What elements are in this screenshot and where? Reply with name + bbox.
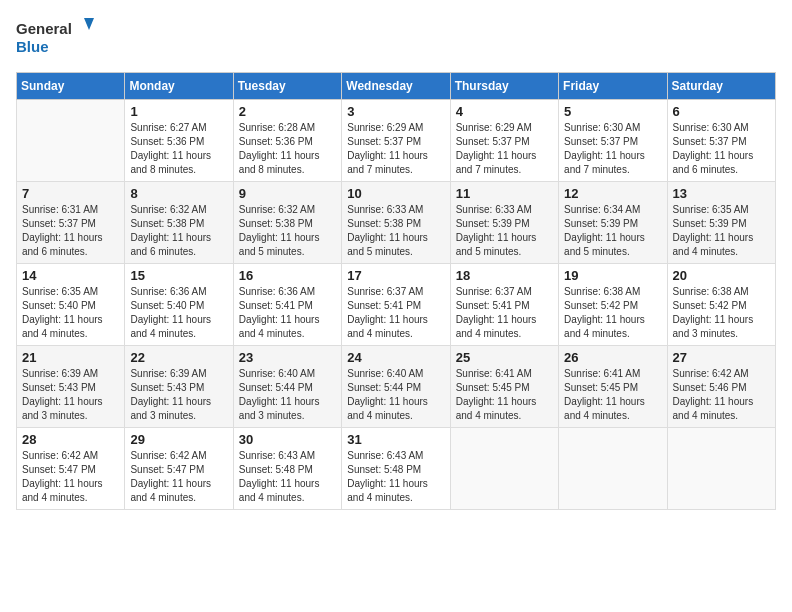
day-info: Sunrise: 6:32 AMSunset: 5:38 PMDaylight:… — [130, 203, 227, 259]
calendar-cell: 2 Sunrise: 6:28 AMSunset: 5:36 PMDayligh… — [233, 100, 341, 182]
calendar-cell: 13 Sunrise: 6:35 AMSunset: 5:39 PMDaylig… — [667, 182, 775, 264]
day-number: 18 — [456, 268, 553, 283]
calendar-cell: 28 Sunrise: 6:42 AMSunset: 5:47 PMDaylig… — [17, 428, 125, 510]
day-info: Sunrise: 6:35 AMSunset: 5:40 PMDaylight:… — [22, 285, 119, 341]
day-info: Sunrise: 6:36 AMSunset: 5:40 PMDaylight:… — [130, 285, 227, 341]
day-info: Sunrise: 6:41 AMSunset: 5:45 PMDaylight:… — [564, 367, 661, 423]
header-row: SundayMondayTuesdayWednesdayThursdayFrid… — [17, 73, 776, 100]
column-header-saturday: Saturday — [667, 73, 775, 100]
calendar-cell: 9 Sunrise: 6:32 AMSunset: 5:38 PMDayligh… — [233, 182, 341, 264]
day-number: 12 — [564, 186, 661, 201]
day-info: Sunrise: 6:42 AMSunset: 5:47 PMDaylight:… — [130, 449, 227, 505]
day-number: 30 — [239, 432, 336, 447]
calendar-cell: 22 Sunrise: 6:39 AMSunset: 5:43 PMDaylig… — [125, 346, 233, 428]
day-number: 21 — [22, 350, 119, 365]
day-info: Sunrise: 6:38 AMSunset: 5:42 PMDaylight:… — [673, 285, 770, 341]
day-number: 13 — [673, 186, 770, 201]
calendar-week-1: 1 Sunrise: 6:27 AMSunset: 5:36 PMDayligh… — [17, 100, 776, 182]
day-number: 9 — [239, 186, 336, 201]
calendar-cell: 24 Sunrise: 6:40 AMSunset: 5:44 PMDaylig… — [342, 346, 450, 428]
day-info: Sunrise: 6:39 AMSunset: 5:43 PMDaylight:… — [22, 367, 119, 423]
calendar-cell — [559, 428, 667, 510]
column-header-tuesday: Tuesday — [233, 73, 341, 100]
day-number: 15 — [130, 268, 227, 283]
calendar-cell: 25 Sunrise: 6:41 AMSunset: 5:45 PMDaylig… — [450, 346, 558, 428]
day-info: Sunrise: 6:27 AMSunset: 5:36 PMDaylight:… — [130, 121, 227, 177]
day-info: Sunrise: 6:37 AMSunset: 5:41 PMDaylight:… — [347, 285, 444, 341]
calendar-cell: 27 Sunrise: 6:42 AMSunset: 5:46 PMDaylig… — [667, 346, 775, 428]
day-info: Sunrise: 6:35 AMSunset: 5:39 PMDaylight:… — [673, 203, 770, 259]
day-info: Sunrise: 6:38 AMSunset: 5:42 PMDaylight:… — [564, 285, 661, 341]
day-info: Sunrise: 6:37 AMSunset: 5:41 PMDaylight:… — [456, 285, 553, 341]
calendar-cell: 31 Sunrise: 6:43 AMSunset: 5:48 PMDaylig… — [342, 428, 450, 510]
day-info: Sunrise: 6:33 AMSunset: 5:38 PMDaylight:… — [347, 203, 444, 259]
day-number: 20 — [673, 268, 770, 283]
column-header-monday: Monday — [125, 73, 233, 100]
day-number: 23 — [239, 350, 336, 365]
day-info: Sunrise: 6:33 AMSunset: 5:39 PMDaylight:… — [456, 203, 553, 259]
calendar-cell: 6 Sunrise: 6:30 AMSunset: 5:37 PMDayligh… — [667, 100, 775, 182]
calendar-cell: 18 Sunrise: 6:37 AMSunset: 5:41 PMDaylig… — [450, 264, 558, 346]
calendar-cell: 5 Sunrise: 6:30 AMSunset: 5:37 PMDayligh… — [559, 100, 667, 182]
page-header: General Blue — [16, 16, 776, 60]
calendar-cell — [450, 428, 558, 510]
logo: General Blue — [16, 16, 96, 60]
calendar-cell: 15 Sunrise: 6:36 AMSunset: 5:40 PMDaylig… — [125, 264, 233, 346]
column-header-thursday: Thursday — [450, 73, 558, 100]
calendar-cell: 10 Sunrise: 6:33 AMSunset: 5:38 PMDaylig… — [342, 182, 450, 264]
day-info: Sunrise: 6:34 AMSunset: 5:39 PMDaylight:… — [564, 203, 661, 259]
calendar-week-3: 14 Sunrise: 6:35 AMSunset: 5:40 PMDaylig… — [17, 264, 776, 346]
day-number: 14 — [22, 268, 119, 283]
day-number: 17 — [347, 268, 444, 283]
day-info: Sunrise: 6:43 AMSunset: 5:48 PMDaylight:… — [239, 449, 336, 505]
day-number: 4 — [456, 104, 553, 119]
day-number: 5 — [564, 104, 661, 119]
calendar-cell: 16 Sunrise: 6:36 AMSunset: 5:41 PMDaylig… — [233, 264, 341, 346]
column-header-friday: Friday — [559, 73, 667, 100]
calendar-cell: 4 Sunrise: 6:29 AMSunset: 5:37 PMDayligh… — [450, 100, 558, 182]
calendar-cell: 14 Sunrise: 6:35 AMSunset: 5:40 PMDaylig… — [17, 264, 125, 346]
day-info: Sunrise: 6:42 AMSunset: 5:47 PMDaylight:… — [22, 449, 119, 505]
day-number: 8 — [130, 186, 227, 201]
calendar-cell: 17 Sunrise: 6:37 AMSunset: 5:41 PMDaylig… — [342, 264, 450, 346]
day-number: 7 — [22, 186, 119, 201]
day-info: Sunrise: 6:36 AMSunset: 5:41 PMDaylight:… — [239, 285, 336, 341]
calendar-cell: 26 Sunrise: 6:41 AMSunset: 5:45 PMDaylig… — [559, 346, 667, 428]
day-number: 11 — [456, 186, 553, 201]
day-number: 29 — [130, 432, 227, 447]
calendar-cell: 1 Sunrise: 6:27 AMSunset: 5:36 PMDayligh… — [125, 100, 233, 182]
svg-marker-2 — [84, 18, 94, 30]
day-number: 27 — [673, 350, 770, 365]
day-number: 6 — [673, 104, 770, 119]
day-number: 10 — [347, 186, 444, 201]
day-info: Sunrise: 6:40 AMSunset: 5:44 PMDaylight:… — [347, 367, 444, 423]
svg-text:General: General — [16, 20, 72, 37]
calendar-cell: 29 Sunrise: 6:42 AMSunset: 5:47 PMDaylig… — [125, 428, 233, 510]
day-number: 26 — [564, 350, 661, 365]
calendar-cell: 19 Sunrise: 6:38 AMSunset: 5:42 PMDaylig… — [559, 264, 667, 346]
day-number: 3 — [347, 104, 444, 119]
day-info: Sunrise: 6:40 AMSunset: 5:44 PMDaylight:… — [239, 367, 336, 423]
day-info: Sunrise: 6:31 AMSunset: 5:37 PMDaylight:… — [22, 203, 119, 259]
day-number: 16 — [239, 268, 336, 283]
logo-svg: General Blue — [16, 16, 96, 60]
day-number: 31 — [347, 432, 444, 447]
calendar-week-5: 28 Sunrise: 6:42 AMSunset: 5:47 PMDaylig… — [17, 428, 776, 510]
day-info: Sunrise: 6:30 AMSunset: 5:37 PMDaylight:… — [673, 121, 770, 177]
calendar-cell: 7 Sunrise: 6:31 AMSunset: 5:37 PMDayligh… — [17, 182, 125, 264]
day-info: Sunrise: 6:41 AMSunset: 5:45 PMDaylight:… — [456, 367, 553, 423]
day-info: Sunrise: 6:43 AMSunset: 5:48 PMDaylight:… — [347, 449, 444, 505]
day-number: 24 — [347, 350, 444, 365]
svg-text:Blue: Blue — [16, 38, 49, 55]
day-number: 1 — [130, 104, 227, 119]
calendar-week-2: 7 Sunrise: 6:31 AMSunset: 5:37 PMDayligh… — [17, 182, 776, 264]
column-header-wednesday: Wednesday — [342, 73, 450, 100]
calendar-cell: 12 Sunrise: 6:34 AMSunset: 5:39 PMDaylig… — [559, 182, 667, 264]
day-number: 22 — [130, 350, 227, 365]
calendar-cell — [17, 100, 125, 182]
day-info: Sunrise: 6:39 AMSunset: 5:43 PMDaylight:… — [130, 367, 227, 423]
calendar-cell: 8 Sunrise: 6:32 AMSunset: 5:38 PMDayligh… — [125, 182, 233, 264]
day-info: Sunrise: 6:28 AMSunset: 5:36 PMDaylight:… — [239, 121, 336, 177]
calendar-cell: 21 Sunrise: 6:39 AMSunset: 5:43 PMDaylig… — [17, 346, 125, 428]
calendar-cell — [667, 428, 775, 510]
